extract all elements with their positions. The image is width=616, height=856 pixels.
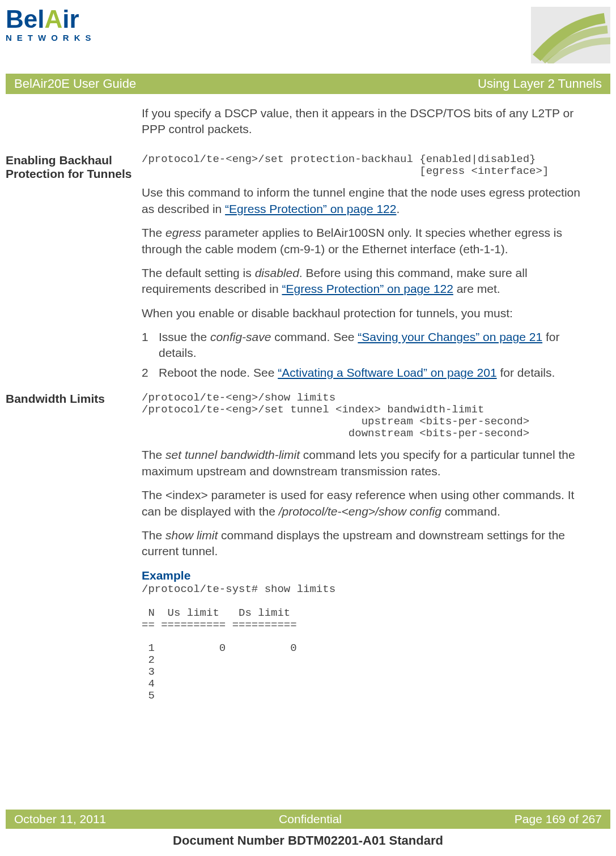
page-header: BelAir NETWORKS: [0, 0, 616, 74]
link-activating-software[interactable]: “Activating a Software Load” on page 201: [278, 366, 496, 379]
paragraph: Use this command to inform the tunnel en…: [142, 185, 588, 217]
example-heading: Example: [142, 568, 588, 584]
intro-paragraph: If you specify a DSCP value, then it app…: [142, 105, 588, 138]
footer-bar: October 11, 2011 Confidential Page 169 o…: [6, 810, 610, 829]
section-heading-backhaul: Enabling Backhaul Protection for Tunnels: [6, 154, 142, 384]
footer-page: Page 169 of 267: [515, 812, 602, 826]
footer-confidential: Confidential: [279, 812, 342, 826]
list-item: 1Issue the config-save command. See “Sav…: [142, 329, 588, 361]
cmd-set-tunnel: set tunnel bandwidth-limit: [165, 448, 300, 461]
value-disabled: disabled: [255, 266, 299, 279]
belair-logo: BelAir NETWORKS: [6, 7, 96, 42]
command-syntax-backhaul: /protocol/te-<eng>/set protection-backha…: [142, 154, 588, 177]
logo-main-text: BelAir: [6, 7, 96, 32]
section-heading-bandwidth: Bandwidth Limits: [6, 392, 142, 710]
footer-date: October 11, 2011: [14, 812, 106, 826]
page-content: If you specify a DSCP value, then it app…: [0, 94, 616, 729]
document-number: Document Number BDTM02201-A01 Standard: [0, 833, 616, 848]
paragraph: The default setting is disabled. Before …: [142, 265, 588, 297]
link-saving-changes[interactable]: “Saving your Changes” on page 21: [358, 330, 542, 343]
command-syntax-bandwidth: /protocol/te-<eng>/show limits /protocol…: [142, 392, 588, 440]
section-title: Using Layer 2 Tunnels: [478, 76, 602, 91]
paragraph: The set tunnel bandwidth-limit command l…: [142, 447, 588, 479]
example-output: /protocol/te-syst# show limits N Us limi…: [142, 584, 588, 702]
paragraph: The <index> parameter is used for easy r…: [142, 487, 588, 519]
title-bar: BelAir20E User Guide Using Layer 2 Tunne…: [6, 74, 610, 94]
link-egress-protection-2[interactable]: “Egress Protection” on page 122: [282, 282, 453, 295]
logo-sub-text: NETWORKS: [6, 33, 96, 42]
paragraph: The egress parameter applies to BelAir10…: [142, 225, 588, 257]
cmd-show-limit: show limit: [165, 529, 218, 542]
param-egress: egress: [165, 226, 201, 239]
steps-list: 1Issue the config-save command. See “Sav…: [142, 329, 588, 381]
link-egress-protection-1[interactable]: “Egress Protection” on page 122: [225, 202, 396, 215]
wave-icon: [531, 7, 610, 63]
guide-title: BelAir20E User Guide: [14, 76, 136, 91]
paragraph: When you enable or disable backhaul prot…: [142, 305, 588, 321]
cmd-config-save: config-save: [210, 330, 271, 343]
cmd-show-config: /protocol/te-<eng>/show config: [279, 505, 441, 518]
list-item: 2Reboot the node. See “Activating a Soft…: [142, 365, 588, 381]
paragraph: The show limit command displays the upst…: [142, 527, 588, 560]
